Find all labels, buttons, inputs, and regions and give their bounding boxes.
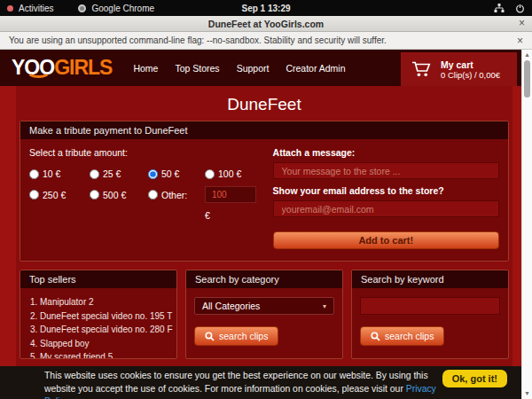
- main-container: DuneFeet Make a tribute payment to DuneF…: [16, 86, 512, 399]
- search-category-header: Search by category: [186, 270, 342, 288]
- infobar-message: You are using an unsupported command-lin…: [9, 35, 387, 45]
- logo-smile-icon: [27, 66, 51, 78]
- scrollbar-thumb[interactable]: [524, 60, 530, 98]
- activities-button[interactable]: Activities: [19, 4, 53, 13]
- amount-radio-50[interactable]: [148, 169, 158, 179]
- amount-radio-other[interactable]: [148, 190, 158, 200]
- site-header: YOOGIRLS Home Top Stores Support Creator…: [0, 50, 521, 86]
- search-keyword-header: Search by keyword: [352, 270, 508, 288]
- app-indicator[interactable]: Google Chrome: [91, 4, 154, 13]
- amount-radio-10[interactable]: [29, 169, 39, 179]
- amount-radio-250[interactable]: [29, 190, 39, 200]
- search-clips-label: search clips: [219, 331, 268, 341]
- my-cart-widget[interactable]: My cart 0 Clip(s) / 0,00€: [401, 52, 517, 86]
- amount-radio-25[interactable]: [90, 169, 99, 179]
- amount-option-50[interactable]: 50 €: [148, 168, 205, 179]
- cart-icon: [411, 60, 433, 78]
- main-nav: Home Top Stores Support Creator Admin: [133, 63, 345, 74]
- amount-radio-500[interactable]: [90, 190, 99, 200]
- amount-option-25[interactable]: 25 €: [90, 168, 148, 179]
- cart-title: My cart: [441, 59, 500, 70]
- window-close-icon[interactable]: ×: [519, 17, 525, 29]
- search-clips-label: search clips: [385, 331, 434, 341]
- nav-item-support[interactable]: Support: [237, 63, 270, 74]
- tribute-panel-header: Make a tribute payment to DuneFeet: [20, 121, 508, 139]
- top-sellers-header: Top sellers: [20, 270, 176, 288]
- seller-item[interactable]: DuneFeet special video no. 195 T: [40, 309, 176, 324]
- infobar-close-icon[interactable]: ×: [517, 35, 523, 47]
- amount-radio-100[interactable]: [205, 169, 215, 179]
- chrome-infobar: You are using an unsupported command-lin…: [0, 32, 532, 50]
- nav-item-creator-admin[interactable]: Creator Admin: [286, 63, 345, 74]
- amount-label: 100 €: [218, 168, 241, 179]
- system-bar: Activities Google Chrome Sep 1 13:29: [0, 0, 532, 16]
- other-amount-input[interactable]: [205, 186, 256, 203]
- power-icon[interactable]: [515, 4, 525, 13]
- amount-label: 10 €: [43, 168, 60, 179]
- message-label: Attach a message:: [273, 147, 499, 158]
- currency-symbol: €: [205, 210, 261, 221]
- seller-item[interactable]: My scared friend 5: [40, 350, 176, 359]
- cart-summary: 0 Clip(s) / 0,00€: [441, 70, 500, 80]
- amount-label: 250 €: [43, 190, 66, 200]
- category-select[interactable]: All Categories ▾: [194, 297, 334, 315]
- email-input[interactable]: [273, 200, 499, 217]
- search-icon: [205, 332, 215, 341]
- search-clips-keyword-button[interactable]: search clips: [360, 326, 444, 346]
- cookie-text: This website uses cookies to ensure you …: [44, 371, 428, 394]
- amount-option-100[interactable]: 100 €: [205, 168, 261, 179]
- email-label: Show your email address to the store?: [273, 185, 499, 196]
- recording-indicator-icon: [7, 5, 13, 12]
- keyword-input[interactable]: [360, 297, 500, 315]
- amount-option-10[interactable]: 10 €: [29, 168, 90, 179]
- web-page: YOOGIRLS Home Top Stores Support Creator…: [0, 50, 521, 399]
- browser-scrollbar[interactable]: ▲ ▼: [521, 50, 532, 399]
- scroll-up-icon[interactable]: ▲: [522, 51, 532, 59]
- chevron-down-icon: ▾: [323, 302, 326, 310]
- amount-label: 500 €: [103, 190, 126, 200]
- tribute-amount-label: Select a tribute amount:: [29, 147, 261, 158]
- search-clips-category-button[interactable]: search clips: [194, 326, 278, 346]
- amount-option-500[interactable]: 500 €: [90, 190, 148, 200]
- logo-text-secondary: GIRLS: [54, 56, 112, 79]
- category-selected-value: All Categories: [202, 301, 260, 311]
- tribute-amount-options: 10 € 25 € 50 € 100 €: [29, 168, 261, 221]
- amount-option-other[interactable]: Other:: [148, 190, 205, 200]
- add-to-cart-button[interactable]: Add to cart!: [273, 231, 499, 249]
- chrome-app-icon: [78, 4, 86, 12]
- page-title: DuneFeet: [20, 95, 509, 114]
- amount-label: 50 €: [161, 168, 179, 179]
- top-sellers-list: Manipulator 2 DuneFeet special video no.…: [40, 295, 176, 359]
- network-icon[interactable]: [494, 4, 505, 13]
- nav-item-home[interactable]: Home: [133, 63, 158, 74]
- message-input[interactable]: [273, 162, 499, 179]
- search-category-panel: Search by category All Categories ▾ sear…: [185, 270, 343, 359]
- site-logo[interactable]: YOOGIRLS: [12, 58, 112, 78]
- cookie-accept-button[interactable]: Ok, got it!: [442, 370, 507, 387]
- cookie-banner: This website uses cookies to ensure you …: [0, 366, 521, 399]
- amount-label: Other:: [161, 190, 187, 200]
- amount-option-250[interactable]: 250 €: [29, 190, 90, 200]
- seller-item[interactable]: DuneFeet special video no. 280 F: [40, 323, 176, 337]
- amount-label: 25 €: [103, 168, 121, 179]
- seller-item[interactable]: Slapped boy: [40, 337, 176, 351]
- scroll-down-icon[interactable]: ▼: [522, 389, 532, 398]
- top-sellers-panel: Top sellers Manipulator 2 DuneFeet speci…: [20, 270, 177, 359]
- window-title: DuneFeet at YooGirls.com: [208, 19, 324, 29]
- search-icon: [371, 332, 380, 341]
- nav-item-top-stores[interactable]: Top Stores: [175, 63, 219, 74]
- tribute-panel: Make a tribute payment to DuneFeet Selec…: [20, 121, 509, 262]
- seller-item[interactable]: Manipulator 2: [40, 295, 176, 309]
- search-keyword-panel: Search by keyword search clips: [351, 270, 509, 359]
- window-title-bar: DuneFeet at YooGirls.com ×: [0, 16, 532, 32]
